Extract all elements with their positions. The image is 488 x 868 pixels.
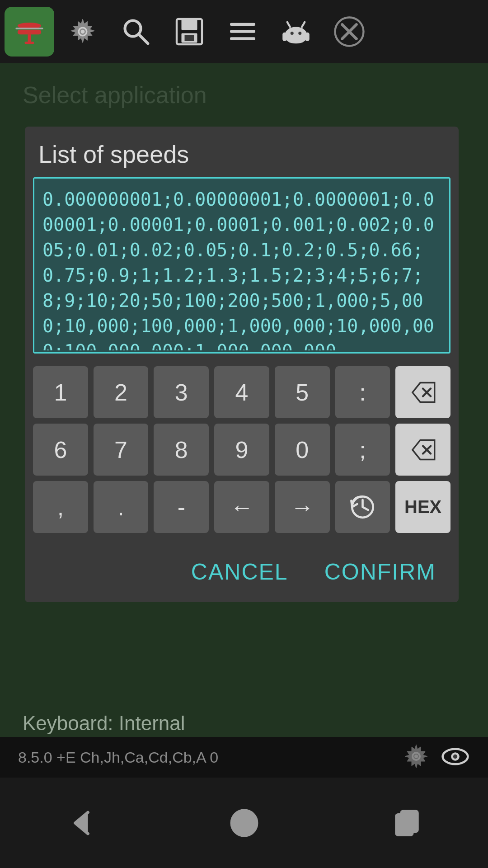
svg-rect-16 [230, 37, 255, 40]
key-8[interactable]: 8 [154, 424, 209, 476]
list-icon[interactable] [218, 7, 267, 57]
nav-bar [0, 778, 488, 868]
key-3[interactable]: 3 [154, 366, 209, 418]
svg-rect-13 [185, 35, 194, 41]
status-bar: 8.5.0 +E Ch,Jh,Ca,Cd,Cb,A 0 [0, 737, 488, 778]
confirm-button[interactable]: CONFIRM [315, 554, 445, 590]
key-right-arrow[interactable]: → [275, 481, 330, 533]
svg-rect-2 [28, 34, 31, 42]
keyboard: 1 2 3 4 5 : 6 7 8 9 0 ; [25, 357, 459, 543]
speeds-input[interactable] [34, 179, 449, 350]
svg-point-20 [298, 32, 301, 35]
settings-icon[interactable] [58, 7, 108, 57]
key-history[interactable] [335, 481, 390, 533]
text-area-wrapper [33, 177, 450, 354]
android-icon[interactable] [271, 7, 321, 57]
svg-point-38 [453, 754, 457, 758]
back-button[interactable] [59, 800, 104, 845]
key-dot[interactable]: . [94, 481, 149, 533]
key-4[interactable]: 4 [214, 366, 269, 418]
svg-line-9 [139, 35, 148, 43]
svg-rect-0 [18, 30, 42, 35]
key-1[interactable]: 1 [33, 366, 88, 418]
key-backspace-1[interactable] [395, 366, 450, 418]
svg-point-19 [291, 32, 294, 35]
key-row-3: , . - ← → HEX [33, 481, 450, 533]
key-semicolon[interactable]: ; [335, 424, 390, 476]
home-button[interactable] [221, 800, 267, 845]
svg-rect-15 [230, 30, 255, 33]
save-icon[interactable] [164, 7, 214, 57]
svg-rect-3 [25, 42, 34, 44]
dialog: List of speeds 1 2 3 4 5 : 6 7 8 [25, 127, 459, 602]
recents-button[interactable] [384, 800, 429, 845]
dialog-title: List of speeds [25, 127, 459, 177]
key-5[interactable]: 5 [275, 366, 330, 418]
key-minus[interactable]: - [154, 481, 209, 533]
key-hex[interactable]: HEX [395, 481, 450, 533]
svg-rect-14 [230, 23, 255, 26]
cancel-button[interactable]: CANCEL [182, 554, 297, 590]
key-row-1: 1 2 3 4 5 : [33, 366, 450, 418]
gear-status-icon[interactable] [403, 743, 430, 772]
dialog-buttons: CANCEL CONFIRM [25, 543, 459, 602]
eye-status-icon[interactable] [441, 742, 470, 773]
svg-rect-41 [401, 811, 418, 831]
key-2[interactable]: 2 [94, 366, 149, 418]
svg-line-21 [287, 22, 290, 27]
svg-line-22 [302, 22, 305, 27]
key-backspace-2[interactable] [395, 424, 450, 476]
key-6[interactable]: 6 [33, 424, 88, 476]
app-icon[interactable] [5, 7, 54, 57]
key-comma[interactable]: , [33, 481, 88, 533]
close-icon[interactable] [324, 7, 374, 57]
key-0[interactable]: 0 [275, 424, 330, 476]
key-7[interactable]: 7 [94, 424, 149, 476]
key-colon[interactable]: : [335, 366, 390, 418]
svg-point-35 [414, 755, 418, 758]
key-left-arrow[interactable]: ← [214, 481, 269, 533]
svg-rect-4 [15, 28, 43, 29]
key-row-2: 6 7 8 9 0 ; [33, 424, 450, 476]
svg-point-39 [231, 810, 257, 835]
toolbar [0, 0, 488, 63]
keyboard-label: Keyboard: Internal [23, 712, 185, 735]
svg-rect-11 [182, 19, 197, 30]
search-icon[interactable] [111, 7, 161, 57]
svg-point-7 [81, 30, 85, 34]
key-9[interactable]: 9 [214, 424, 269, 476]
status-text: 8.5.0 +E Ch,Jh,Ca,Cd,Cb,A 0 [18, 749, 218, 766]
